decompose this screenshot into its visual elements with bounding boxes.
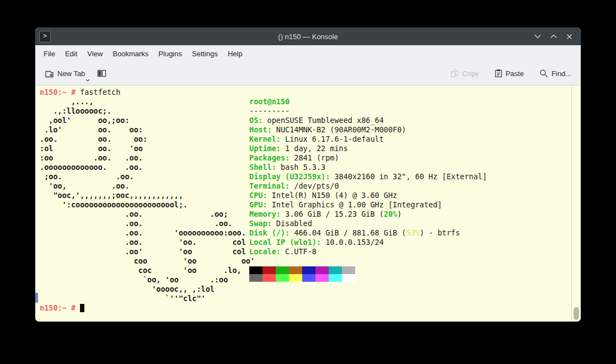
palette-swatch bbox=[263, 274, 276, 282]
find-label: Find... bbox=[551, 69, 571, 78]
info-segment: Uptime: bbox=[249, 144, 281, 153]
info-segment: Intel Graphics @ 1.00 GHz [Integrated] bbox=[267, 200, 442, 209]
command-text: fastfetch bbox=[80, 88, 120, 97]
chevron-down-icon bbox=[85, 79, 90, 82]
close-button[interactable] bbox=[566, 33, 573, 40]
shell-prompt: n150:~ # bbox=[40, 303, 80, 312]
info-segment: 10.0.0.153/24 bbox=[321, 238, 384, 247]
info-segment: Host: bbox=[249, 125, 272, 134]
split-view-icon bbox=[97, 69, 106, 78]
palette-swatch bbox=[289, 266, 302, 274]
scrollbar-thumb[interactable] bbox=[574, 307, 579, 320]
info-segment: Disk (/): bbox=[249, 228, 290, 237]
info-segment: C.UTF-8 bbox=[281, 247, 317, 256]
palette-row bbox=[249, 274, 355, 282]
info-line-swap: Swap: Disabled bbox=[249, 219, 312, 228]
paste-icon bbox=[495, 69, 502, 78]
desktop: > () n150 — Konsole FileEditViewBookmark… bbox=[0, 0, 616, 364]
chevron-down-icon bbox=[534, 34, 541, 39]
copy-button[interactable]: Copy bbox=[447, 66, 483, 81]
info-segment: Locale: bbox=[249, 247, 281, 256]
find-button[interactable]: Find... bbox=[535, 66, 575, 81]
palette-swatch bbox=[263, 266, 276, 274]
menubar: FileEditViewBookmarksPluginsSettingsHelp bbox=[35, 45, 581, 62]
palette-swatch bbox=[315, 274, 329, 282]
info-segment: Disabled bbox=[272, 219, 312, 228]
info-segment: /dev/pts/0 bbox=[290, 181, 339, 190]
info-line-host: Host: NUC14MNK-B2 (90AR00M2-M000F0) bbox=[249, 125, 406, 134]
scrollbar[interactable] bbox=[571, 85, 581, 322]
palette-swatch bbox=[342, 274, 355, 282]
info-segment: bash 5.3.3 bbox=[276, 163, 325, 172]
palette-swatch bbox=[249, 266, 263, 274]
info-segment: Shell: bbox=[249, 163, 276, 172]
close-icon bbox=[566, 34, 572, 40]
info-segment: OS: bbox=[249, 116, 263, 125]
info-segment: Packages: bbox=[249, 153, 290, 162]
info-line-shell: Shell: bash 5.3.3 bbox=[249, 163, 325, 172]
konsole-window: > () n150 — Konsole FileEditViewBookmark… bbox=[35, 28, 581, 322]
info-segment: ) bbox=[397, 210, 401, 218]
system-info: root@n150 --------- OS: openSUSE Tumblew… bbox=[249, 97, 487, 256]
new-tab-label: New Tab bbox=[57, 69, 85, 78]
info-line-local-ip: Local IP (wlo1): 10.0.0.153/24 bbox=[249, 238, 384, 247]
palette-row bbox=[249, 266, 355, 274]
palette-swatch bbox=[276, 266, 289, 274]
info-segment: ) - btrfs bbox=[420, 228, 460, 237]
info-line-locale: Locale: C.UTF-8 bbox=[249, 247, 317, 256]
titlebar[interactable]: > () n150 — Konsole bbox=[35, 28, 581, 45]
window-title: () n150 — Konsole bbox=[35, 33, 581, 41]
menu-item-plugins[interactable]: Plugins bbox=[153, 47, 187, 60]
info-segment: Kernel: bbox=[249, 135, 281, 143]
info-line-gpu: GPU: Intel Graphics @ 1.00 GHz [Integrat… bbox=[249, 200, 442, 209]
info-line-separator: --------- bbox=[249, 106, 290, 115]
info-line-packages: Packages: 2841 (rpm) bbox=[249, 153, 339, 162]
palette-swatch bbox=[276, 274, 289, 282]
palette-swatch bbox=[249, 274, 263, 282]
chevron-up-icon bbox=[550, 34, 557, 39]
terminal-area[interactable]: n150:~ # fastfetch ,..., .,:lloooooc;. ,… bbox=[35, 85, 581, 322]
paste-button[interactable]: Paste bbox=[491, 66, 528, 81]
new-tab-icon bbox=[45, 69, 54, 78]
menu-item-edit[interactable]: Edit bbox=[60, 47, 82, 60]
copy-icon bbox=[451, 69, 459, 78]
paste-label: Paste bbox=[506, 69, 524, 78]
new-tab-button[interactable]: New Tab bbox=[41, 66, 89, 82]
terminal-output: n150:~ # fastfetch ,..., .,:lloooooc;. ,… bbox=[40, 88, 255, 313]
info-segment: --------- bbox=[249, 106, 290, 115]
info-segment: 53% bbox=[406, 228, 419, 237]
info-segment: GPU: bbox=[249, 200, 267, 209]
info-line-display: Display (U32J59x): 3840x2160 in 32", 60 … bbox=[249, 172, 487, 181]
info-line-uptime: Uptime: 1 day, 22 mins bbox=[249, 144, 348, 153]
minimize-button[interactable] bbox=[534, 33, 541, 40]
menu-item-file[interactable]: File bbox=[39, 47, 60, 60]
info-line-terminal: Terminal: /dev/pts/0 bbox=[249, 181, 339, 190]
split-view-button[interactable] bbox=[93, 66, 110, 81]
info-line-cpu: CPU: Intel(R) N150 (4) @ 3.60 GHz bbox=[249, 191, 397, 200]
maximize-button[interactable] bbox=[550, 33, 557, 40]
color-palette bbox=[249, 266, 355, 282]
palette-swatch bbox=[329, 266, 342, 274]
menu-item-view[interactable]: View bbox=[82, 47, 108, 60]
palette-swatch bbox=[329, 274, 342, 282]
menu-item-help[interactable]: Help bbox=[223, 47, 248, 60]
info-segment: Local IP (wlo1): bbox=[249, 238, 321, 247]
info-segment: 466.04 GiB / 881.68 GiB ( bbox=[290, 228, 406, 237]
opensuse-ascii-logo: ,..., .,:lloooooc;. ,ool' oo,;oo: .lo' o… bbox=[40, 97, 255, 303]
palette-swatch bbox=[289, 274, 302, 282]
copy-label: Copy bbox=[462, 69, 479, 78]
menu-item-settings[interactable]: Settings bbox=[187, 47, 223, 60]
palette-swatch bbox=[342, 266, 355, 274]
info-segment: NUC14MNK-B2 (90AR00M2-M000F0) bbox=[272, 125, 406, 134]
palette-swatch bbox=[315, 266, 329, 274]
search-icon bbox=[539, 69, 548, 78]
info-segment: Intel(R) N150 (4) @ 3.60 GHz bbox=[267, 191, 398, 200]
info-line-kernel: Kernel: Linux 6.17.6-1-default bbox=[249, 135, 384, 143]
info-line-disk: Disk (/): 466.04 GiB / 881.68 GiB (53%) … bbox=[249, 228, 460, 237]
info-segment: 1 day, 22 mins bbox=[281, 144, 348, 153]
menu-item-bookmarks[interactable]: Bookmarks bbox=[108, 47, 153, 60]
info-segment: Terminal: bbox=[249, 181, 290, 190]
info-segment: 2841 (rpm) bbox=[290, 153, 339, 162]
activity-marker bbox=[35, 293, 38, 303]
info-segment: Display (U32J59x): bbox=[249, 172, 330, 181]
